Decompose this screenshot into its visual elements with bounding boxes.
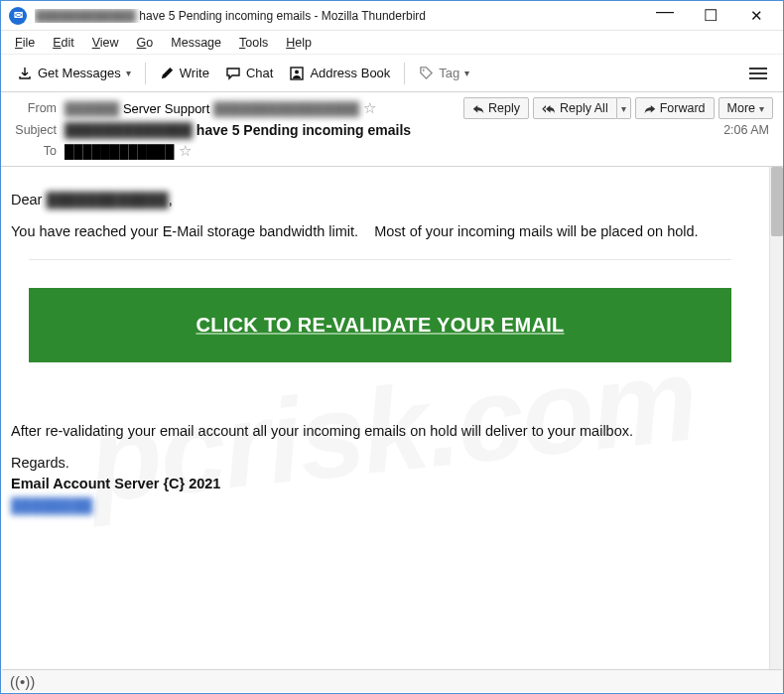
menu-help[interactable]: Help: [278, 34, 320, 52]
body-paragraph-1: You have reached your E-Mail storage ban…: [11, 222, 749, 242]
get-messages-label: Get Messages: [38, 66, 121, 80]
chevron-down-icon: ▾: [464, 68, 469, 78]
svg-point-2: [423, 69, 425, 71]
subject-row: Subject █████████████ have 5 Pending inc…: [1, 122, 783, 142]
greeting-line: Dear ████████████,: [11, 191, 749, 210]
window-titlebar: ✉ ████████████ have 5 Pending incoming e…: [1, 1, 783, 31]
from-address-hidden: ████████████████: [213, 101, 359, 116]
forward-button[interactable]: Forward: [635, 97, 715, 119]
toolbar-separator: [404, 63, 405, 84]
reply-button[interactable]: Reply: [463, 97, 529, 119]
subject-label: Subject: [11, 123, 65, 137]
more-label: More: [727, 101, 755, 115]
svg-point-1: [295, 69, 299, 73]
title-hidden-prefix: ████████████: [35, 9, 136, 23]
chat-button[interactable]: Chat: [217, 62, 281, 85]
address-book-label: Address Book: [310, 66, 390, 80]
menu-view[interactable]: View: [84, 34, 127, 52]
toolbar-separator: [145, 63, 146, 84]
to-label: To: [11, 144, 65, 158]
chevron-down-icon: ▾: [621, 103, 626, 114]
message-headers: From ██████ Server Support █████████████…: [1, 92, 783, 167]
received-time: 2:06 AM: [723, 123, 773, 137]
reply-all-icon: [542, 102, 556, 114]
from-label: From: [11, 101, 65, 115]
reply-all-label: Reply All: [560, 101, 608, 115]
menu-edit[interactable]: Edit: [45, 34, 82, 52]
from-suffix: Server Support: [119, 101, 213, 116]
subject-suffix: have 5 Pending incoming emails: [193, 122, 411, 138]
reply-all-button[interactable]: Reply All: [533, 97, 617, 119]
chevron-down-icon: ▾: [126, 68, 131, 78]
menu-message[interactable]: Message: [163, 34, 229, 52]
message-body: Dear ████████████, You have reached your…: [1, 167, 769, 690]
body-paragraph-2: After re-validating your email account a…: [11, 422, 749, 442]
vertical-scrollbar[interactable]: [769, 167, 783, 690]
cta-label: CLICK TO RE-VALIDATE YOUR EMAIL: [196, 314, 564, 336]
title-suffix: have 5 Pending incoming emails - Mozilla…: [136, 9, 426, 23]
tag-button[interactable]: Tag ▾: [411, 62, 477, 84]
pencil-icon: [160, 66, 175, 80]
signature-link-hidden[interactable]: ████████: [11, 497, 92, 513]
divider: [29, 259, 731, 260]
subject-hidden-prefix: █████████████: [65, 122, 193, 138]
close-button[interactable]: ✕: [733, 1, 779, 31]
menubar: File Edit View Go Message Tools Help: [1, 31, 783, 55]
write-button[interactable]: Write: [152, 62, 217, 84]
star-contact-button[interactable]: ☆: [359, 99, 380, 117]
scrollbar-thumb[interactable]: [771, 167, 783, 236]
chevron-down-icon: ▾: [759, 103, 764, 114]
app-menu-button[interactable]: [741, 61, 775, 86]
menu-tools[interactable]: Tools: [231, 34, 276, 52]
to-hidden: ████████████: [65, 144, 175, 159]
from-value: ██████ Server Support ████████████████: [65, 101, 359, 116]
signature-line: Email Account Server {C} 2021: [11, 475, 749, 494]
more-button[interactable]: More ▾: [719, 97, 773, 119]
to-row: To ████████████ ☆: [1, 142, 783, 166]
chat-icon: [225, 66, 241, 81]
star-recipient-button[interactable]: ☆: [175, 142, 196, 160]
thunderbird-app-icon: ✉: [9, 7, 27, 25]
write-label: Write: [180, 66, 209, 80]
menu-go[interactable]: Go: [129, 34, 162, 52]
message-body-wrapper: Dear ████████████, You have reached your…: [1, 167, 783, 690]
reply-all-dropdown[interactable]: ▾: [617, 97, 631, 119]
menu-file[interactable]: File: [7, 34, 43, 52]
subject-value: █████████████ have 5 Pending incoming em…: [65, 122, 411, 138]
message-actions: Reply Reply All ▾ Forward More ▾: [463, 97, 773, 119]
address-book-icon: [289, 66, 305, 81]
window-title: ████████████ have 5 Pending incoming ema…: [35, 9, 642, 23]
from-name-hidden: ██████: [65, 101, 119, 116]
forward-icon: [644, 102, 656, 114]
tag-icon: [419, 66, 434, 80]
sync-icon[interactable]: ((•)): [10, 673, 35, 690]
maximize-button[interactable]: ☐: [688, 1, 733, 31]
download-icon: [17, 66, 33, 81]
reply-icon: [472, 102, 484, 114]
chat-label: Chat: [246, 66, 273, 80]
revalidate-email-button[interactable]: CLICK TO RE-VALIDATE YOUR EMAIL: [29, 288, 731, 362]
reply-label: Reply: [488, 101, 520, 115]
tag-label: Tag: [439, 66, 459, 80]
regards-line: Regards.: [11, 454, 749, 474]
from-row: From ██████ Server Support █████████████…: [1, 92, 783, 122]
minimize-button[interactable]: —: [642, 0, 688, 27]
forward-label: Forward: [660, 101, 706, 115]
get-messages-button[interactable]: Get Messages ▾: [9, 62, 139, 85]
address-book-button[interactable]: Address Book: [281, 62, 398, 85]
main-toolbar: Get Messages ▾ Write Chat Address Book T…: [1, 55, 783, 92]
greeting-hidden: ████████████: [46, 192, 168, 208]
statusbar: ((•)): [2, 669, 782, 692]
